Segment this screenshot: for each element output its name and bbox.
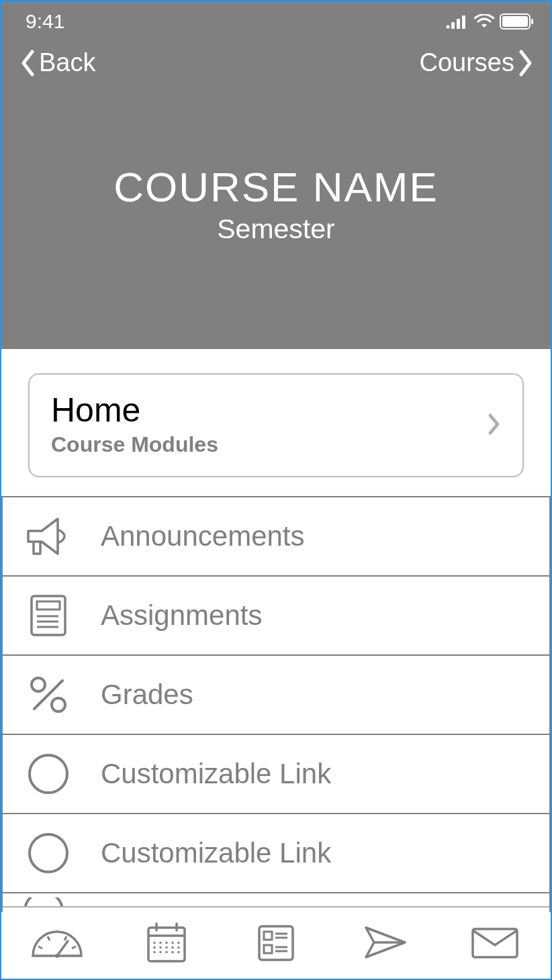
svg-rect-23 — [148, 928, 185, 961]
tab-send[interactable] — [357, 915, 414, 971]
wifi-icon — [474, 14, 494, 29]
send-icon — [362, 922, 409, 964]
list-item-label: Grades — [101, 679, 193, 711]
svg-line-21 — [64, 936, 66, 940]
status-time: 9:41 — [26, 10, 64, 33]
header-area: 9:41 Back — [1, 1, 551, 349]
svg-line-19 — [38, 946, 42, 948]
header-title-area: COURSE NAME Semester — [1, 163, 551, 245]
course-nav-list: Announcements Assignments — [28, 496, 524, 912]
svg-point-18 — [55, 954, 59, 958]
mail-icon — [469, 925, 521, 961]
svg-rect-5 — [502, 16, 528, 27]
home-card[interactable]: Home Course Modules — [28, 373, 524, 477]
list-item-label: Assignments — [101, 599, 262, 632]
tab-todo[interactable] — [248, 915, 304, 971]
svg-line-14 — [34, 681, 62, 709]
chevron-right-icon — [518, 50, 533, 77]
course-title: COURSE NAME — [1, 163, 551, 211]
list-item-custom-1[interactable]: Customizable Link — [1, 734, 551, 814]
back-button[interactable]: Back — [20, 48, 95, 77]
circle-icon — [20, 746, 77, 802]
courses-label: Courses — [420, 48, 515, 77]
bottom-nav — [3, 906, 549, 979]
status-indicators — [446, 13, 535, 30]
list-item-grades[interactable]: Grades — [1, 654, 551, 735]
svg-rect-8 — [37, 601, 60, 609]
svg-rect-1 — [451, 22, 455, 29]
tab-inbox[interactable] — [467, 915, 523, 971]
status-bar: 9:41 — [1, 1, 551, 35]
megaphone-icon — [20, 508, 77, 565]
svg-line-20 — [48, 936, 50, 940]
svg-rect-6 — [531, 19, 533, 24]
nav-bar: Back Courses — [1, 35, 551, 77]
tab-calendar[interactable] — [138, 915, 195, 971]
battery-icon — [500, 13, 535, 30]
svg-rect-2 — [457, 19, 460, 29]
news-icon — [255, 922, 297, 964]
svg-point-15 — [30, 755, 67, 793]
back-label: Back — [39, 48, 95, 77]
document-icon — [20, 587, 77, 644]
gauge-icon — [29, 926, 85, 960]
list-item-label: Customizable Link — [101, 758, 331, 790]
svg-point-13 — [52, 698, 65, 712]
svg-line-22 — [72, 946, 76, 948]
content-area: Home Course Modules Announcements — [1, 349, 551, 912]
svg-point-12 — [32, 678, 45, 691]
course-subtitle: Semester — [1, 213, 551, 245]
svg-rect-3 — [462, 15, 465, 29]
chevron-left-icon — [20, 50, 35, 77]
svg-point-16 — [30, 834, 67, 872]
home-card-subtitle: Course Modules — [51, 432, 218, 457]
svg-line-17 — [57, 941, 68, 956]
chevron-right-icon — [488, 413, 501, 436]
svg-rect-40 — [473, 929, 517, 957]
list-item-custom-2[interactable]: Customizable Link — [1, 813, 551, 893]
circle-icon — [20, 825, 77, 881]
home-card-title: Home — [51, 391, 218, 430]
percent-icon — [20, 667, 77, 723]
svg-rect-36 — [264, 945, 272, 953]
svg-rect-33 — [264, 932, 272, 940]
list-item-label: Customizable Link — [101, 837, 331, 869]
calendar-icon — [144, 921, 189, 965]
list-item-assignments[interactable]: Assignments — [1, 575, 551, 656]
svg-point-0 — [447, 26, 450, 29]
signal-icon — [446, 14, 469, 29]
courses-button[interactable]: Courses — [420, 48, 534, 77]
list-item-announcements[interactable]: Announcements — [1, 496, 551, 577]
list-item-label: Announcements — [101, 520, 305, 552]
tab-dashboard[interactable] — [29, 915, 85, 971]
